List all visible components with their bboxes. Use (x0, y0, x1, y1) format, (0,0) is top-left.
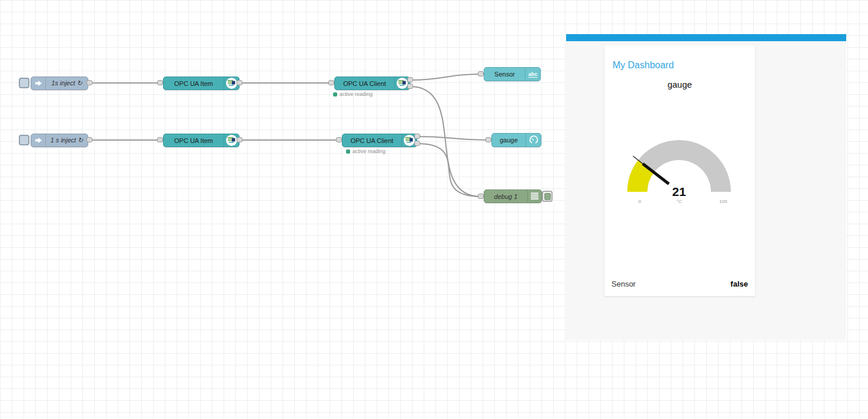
status-text: active reading (340, 91, 373, 97)
gauge-max-label: 100 (716, 199, 731, 204)
status-dot-icon (346, 149, 350, 154)
wire-client2-gauge (417, 137, 488, 140)
node-status: active reading (333, 91, 373, 97)
inject-arrow-icon (31, 134, 46, 147)
inject-button[interactable] (19, 135, 29, 145)
output-port[interactable] (414, 134, 420, 139)
wire-client2-debug (417, 144, 481, 197)
abc-icon: abc (525, 68, 540, 81)
opcua-item-label: OPC UA Item (164, 137, 224, 144)
gauge-units: °C (604, 199, 754, 204)
dashboard-title: My Dashboard (613, 60, 674, 71)
opcua-item-label: OPC UA Item (164, 80, 224, 87)
input-port[interactable] (478, 71, 484, 77)
output-port[interactable] (87, 137, 92, 142)
inject-node[interactable]: 1 s inject ↻ (31, 134, 88, 147)
inject-arrow-icon (31, 77, 46, 89)
text-widget-row: Sensor false (611, 280, 748, 288)
input-port[interactable] (485, 137, 491, 142)
status-dot-icon (333, 92, 337, 97)
dashboard-header-bar (566, 34, 846, 41)
opcua-item-node[interactable]: OPC UA Item (163, 134, 240, 147)
opcua-client-label: OPC UA Client (342, 137, 401, 144)
debug-list-icon (527, 190, 541, 202)
inject-node-label: 1 s inject ↻ (46, 137, 88, 144)
debug-node[interactable]: debug 1 (484, 189, 542, 203)
inject-button[interactable] (19, 78, 29, 88)
debug-toggle-state (544, 193, 551, 200)
ui-gauge-node[interactable]: gauge (491, 133, 541, 147)
wire-client1-sensor (410, 74, 481, 80)
opcua-client-node[interactable]: OPC UA Client (342, 134, 417, 147)
input-port[interactable] (328, 80, 334, 85)
flow-wires (0, 0, 565, 247)
gauge-value: 21 (604, 185, 754, 199)
output-port[interactable] (407, 77, 413, 82)
text-widget-label: Sensor (611, 280, 636, 288)
opcua-client-node[interactable]: OPC UA Client (334, 77, 410, 90)
debug-node-label: debug 1 (484, 193, 527, 200)
output-port[interactable] (414, 141, 420, 146)
gauge-widget-title: gauge (604, 79, 755, 89)
opcua-client-label: OPC UA Client (335, 80, 394, 87)
status-text: active reading (352, 148, 385, 154)
input-port[interactable] (478, 194, 484, 199)
debug-toggle-button[interactable] (542, 191, 553, 202)
output-port[interactable] (87, 80, 92, 85)
gauge-icon (526, 134, 541, 147)
node-status: active reading (346, 148, 385, 154)
dashboard-panel: My Dashboard gauge 21 °C 0 100 Sensor fa… (566, 34, 846, 340)
inject-node-label: 1s inject ↻ (46, 79, 88, 87)
gauge-min-label: 0 (634, 199, 646, 204)
wire-client1-debug (410, 87, 481, 197)
output-port[interactable] (237, 80, 242, 85)
output-port[interactable] (407, 84, 413, 89)
input-port[interactable] (157, 137, 163, 142)
opcua-item-node[interactable]: OPC UA Item (163, 77, 240, 90)
input-port[interactable] (336, 137, 342, 142)
input-port[interactable] (157, 80, 163, 85)
ui-gauge-label: gauge (492, 137, 526, 144)
text-widget-value: false (730, 280, 748, 288)
ui-text-label: Sensor (484, 71, 525, 78)
ui-text-node[interactable]: Sensor abc (484, 67, 541, 81)
output-port[interactable] (237, 137, 242, 142)
dashboard-card: My Dashboard gauge 21 °C 0 100 Sensor fa… (604, 45, 755, 296)
inject-node[interactable]: 1s inject ↻ (31, 77, 88, 90)
